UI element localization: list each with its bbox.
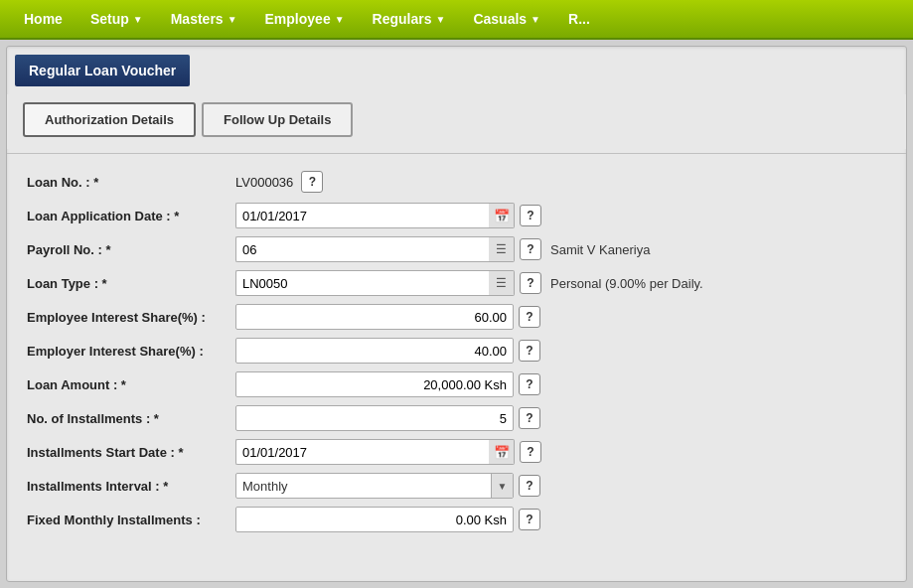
installments-control: ? xyxy=(235,405,540,431)
nav-setup-arrow: ▼ xyxy=(133,14,143,25)
label-fixed-installments: Fixed Monthly Installments : xyxy=(27,513,235,527)
nav-casuals-label: Casuals xyxy=(473,11,527,27)
form-row-loan-amount: Loan Amount : * ? xyxy=(27,370,886,398)
nav-setup[interactable]: Setup ▼ xyxy=(76,0,157,38)
loan-no-control: LV000036 ? xyxy=(235,171,323,193)
form-row-emp-interest: Employee Interest Share(%) : ? xyxy=(27,303,886,331)
interval-control: Monthly ▼ ? xyxy=(235,473,540,499)
tab-follow-up-details[interactable]: Follow Up Details xyxy=(202,102,353,137)
label-loan-type: Loan Type : * xyxy=(27,276,235,291)
label-loan-date: Loan Application Date : * xyxy=(27,209,235,223)
start-date-input-wrapper: 📅 xyxy=(235,439,515,465)
date-input-wrapper: 📅 xyxy=(235,203,515,228)
tab-authorization-details[interactable]: Authorization Details xyxy=(23,102,196,137)
nav-home[interactable]: Home xyxy=(10,0,76,38)
dropdown-arrow-icon[interactable]: ▼ xyxy=(491,474,513,498)
emp-interest-input[interactable] xyxy=(235,304,514,330)
payroll-control: ☰ ? Samit V Kaneriya xyxy=(235,236,650,262)
label-loan-amount: Loan Amount : * xyxy=(27,377,235,392)
interval-dropdown-value: Monthly xyxy=(236,479,491,494)
loan-type-help-button[interactable]: ? xyxy=(520,272,541,294)
main-content: Regular Loan Voucher Authorization Detai… xyxy=(6,46,907,582)
loan-type-side-text: Personal (9.00% per Daily. xyxy=(550,276,703,291)
nav-employee-label: Employee xyxy=(265,11,331,27)
page-title: Regular Loan Voucher xyxy=(15,55,190,86)
start-date-help-button[interactable]: ? xyxy=(520,441,541,463)
nav-r[interactable]: R... xyxy=(554,0,604,38)
fixed-installments-control: ? xyxy=(235,507,540,532)
nav-masters-label: Masters xyxy=(171,11,224,27)
loan-no-row: LV000036 ? xyxy=(235,171,323,193)
payroll-help-button[interactable]: ? xyxy=(520,238,541,260)
emp-interest-help-button[interactable]: ? xyxy=(519,306,540,328)
tabs-area: Authorization Details Follow Up Details xyxy=(7,94,906,149)
nav-employee[interactable]: Employee ▼ xyxy=(251,0,359,38)
interval-dropdown[interactable]: Monthly ▼ xyxy=(235,473,514,499)
nav-setup-label: Setup xyxy=(90,11,129,27)
label-payroll: Payroll No. : * xyxy=(27,242,235,257)
form-row-loan-date: Loan Application Date : * 📅 ? xyxy=(27,202,886,229)
label-employer-interest: Employer Interest Share(%) : xyxy=(27,344,235,359)
payroll-list-button[interactable]: ☰ xyxy=(489,236,515,262)
payroll-input-wrapper: ☰ xyxy=(235,236,515,262)
loan-date-calendar-button[interactable]: 📅 xyxy=(489,203,515,228)
nav-r-label: R... xyxy=(568,11,590,27)
nav-employee-arrow: ▼ xyxy=(335,14,345,25)
label-installments: No. of Installments : * xyxy=(27,411,235,426)
employer-interest-help-button[interactable]: ? xyxy=(519,340,540,362)
loan-type-control: ☰ ? Personal (9.00% per Daily. xyxy=(235,270,703,296)
loan-type-input-wrapper: ☰ xyxy=(235,270,515,296)
employer-interest-input[interactable] xyxy=(235,338,514,364)
loan-no-value: LV000036 xyxy=(235,175,293,190)
loan-amount-help-button[interactable]: ? xyxy=(519,373,540,395)
form-row-loan-type: Loan Type : * ☰ ? Personal (9.00% per Da… xyxy=(27,269,886,297)
navbar: Home Setup ▼ Masters ▼ Employee ▼ Regula… xyxy=(0,0,913,40)
label-emp-interest: Employee Interest Share(%) : xyxy=(27,310,235,325)
loan-amount-input[interactable] xyxy=(235,371,514,397)
start-date-control: 📅 ? xyxy=(235,439,541,465)
nav-regulars[interactable]: Regulars ▼ xyxy=(359,0,460,38)
nav-regulars-arrow: ▼ xyxy=(436,14,446,25)
form-row-payroll: Payroll No. : * ☰ ? Samit V Kaneriya xyxy=(27,235,886,263)
payroll-side-text: Samit V Kaneriya xyxy=(550,242,650,257)
nav-regulars-label: Regulars xyxy=(373,11,432,27)
emp-interest-control: ? xyxy=(235,304,540,330)
installments-help-button[interactable]: ? xyxy=(519,407,540,429)
form-container: Loan No. : * LV000036 ? Loan Application… xyxy=(7,162,906,549)
calendar-icon: 📅 xyxy=(494,209,510,223)
label-start-date: Installments Start Date : * xyxy=(27,445,235,460)
loan-type-list-button[interactable]: ☰ xyxy=(489,270,515,296)
installments-input[interactable] xyxy=(235,405,514,431)
start-date-calendar-button[interactable]: 📅 xyxy=(489,439,515,465)
interval-help-button[interactable]: ? xyxy=(519,475,540,497)
nav-casuals[interactable]: Casuals ▼ xyxy=(459,0,554,38)
loan-type-input[interactable] xyxy=(235,270,489,296)
form-row-interval: Installments Interval : * Monthly ▼ ? xyxy=(27,472,886,500)
fixed-installments-help-button[interactable]: ? xyxy=(519,509,540,530)
list-icon: ☰ xyxy=(496,242,507,256)
form-row-fixed-installments: Fixed Monthly Installments : ? xyxy=(27,506,886,533)
payroll-input[interactable] xyxy=(235,236,489,262)
loan-no-help-button[interactable]: ? xyxy=(301,171,323,193)
form-row-employer-interest: Employer Interest Share(%) : ? xyxy=(27,337,886,365)
calendar-icon-2: 📅 xyxy=(494,445,510,460)
nav-masters-arrow: ▼ xyxy=(228,14,237,25)
form-row-start-date: Installments Start Date : * 📅 ? xyxy=(27,438,886,466)
nav-home-label: Home xyxy=(24,11,63,27)
nav-casuals-arrow: ▼ xyxy=(531,14,540,25)
divider xyxy=(7,153,906,154)
start-date-input[interactable] xyxy=(235,439,489,465)
loan-date-control: 📅 ? xyxy=(235,203,541,228)
employer-interest-control: ? xyxy=(235,338,540,364)
label-loan-no: Loan No. : * xyxy=(27,175,235,190)
loan-date-input[interactable] xyxy=(235,203,489,228)
nav-masters[interactable]: Masters ▼ xyxy=(157,0,251,38)
form-row-installments: No. of Installments : * ? xyxy=(27,404,886,432)
form-row-loan-no: Loan No. : * LV000036 ? xyxy=(27,168,886,196)
label-interval: Installments Interval : * xyxy=(27,479,235,494)
loan-date-help-button[interactable]: ? xyxy=(520,205,541,226)
loan-amount-control: ? xyxy=(235,371,540,397)
list-icon-2: ☰ xyxy=(496,276,507,290)
fixed-installments-input[interactable] xyxy=(235,507,514,532)
